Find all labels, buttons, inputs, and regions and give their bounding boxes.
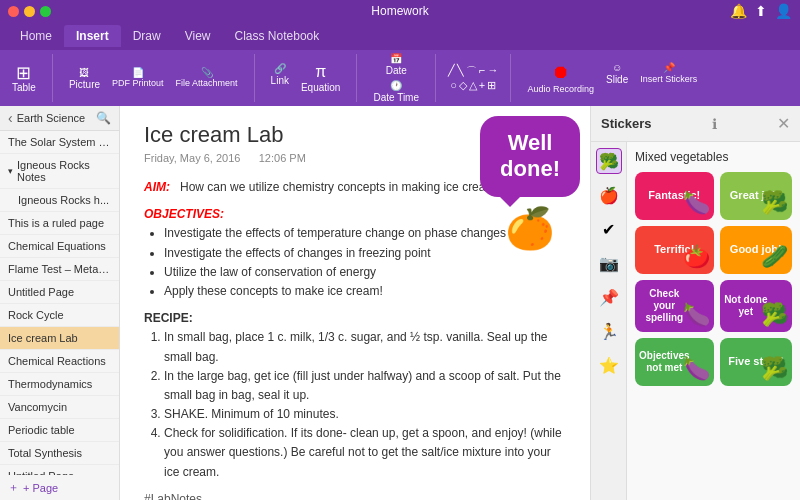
sidebar-item-chemical-equations[interactable]: Chemical Equations (0, 235, 119, 258)
datetime-button[interactable]: 🕐 Date Time (369, 78, 423, 105)
stickers-left-rail: 🥦 🍎 ✔ 📷 📌 🏃 ⭐ (591, 142, 627, 500)
ribbon-content: ⊞ Table 🖼 Picture 📄 PDF Printout 📎 File … (0, 50, 800, 106)
sidebar-item-untitled-1[interactable]: Untitled Page (0, 281, 119, 304)
ribbon-group-link: 🔗 Link π Equation (267, 54, 358, 102)
sticker-category-check[interactable]: ✔ (596, 216, 622, 242)
sidebar-item-igneous-rocks-notes[interactable]: ▾ Igneous Rocks Notes (0, 154, 119, 189)
sticker-not-done-yet[interactable]: Not done yet 🥦 (720, 280, 792, 332)
orange-emoji: 🍊 (505, 205, 555, 252)
tab-insert[interactable]: Insert (64, 25, 121, 47)
sidebar-item-igneous-rocks-h[interactable]: Igneous Rocks h... (0, 189, 119, 212)
well-done-sticker[interactable]: Well done! (480, 116, 580, 197)
slide-button[interactable]: ☺ Slide (602, 60, 632, 96)
sidebar-item-solar-system[interactable]: The Solar System N... (0, 131, 119, 154)
sticker-great-job[interactable]: Great job! 🥦 (720, 172, 792, 220)
date-icon: 📅 (390, 53, 402, 64)
stickers-title: Stickers (601, 116, 652, 131)
link-eq-buttons: 🔗 Link π Equation (267, 61, 345, 95)
audio-icon: ⏺ (552, 62, 570, 83)
sticker-category-pin[interactable]: 📌 (596, 284, 622, 310)
user-icon[interactable]: 👤 (775, 3, 792, 19)
tab-class-notebook[interactable]: Class Notebook (223, 25, 332, 47)
sidebar-item-ruled-page[interactable]: This is a ruled page (0, 212, 119, 235)
sticker-category-star[interactable]: ⭐ (596, 352, 622, 378)
tab-view[interactable]: View (173, 25, 223, 47)
shape-line1[interactable]: ╱ (448, 64, 455, 79)
sidebar-item-ice-cream-lab[interactable]: Ice cream Lab (0, 327, 119, 350)
sidebar-section-title: Earth Science (17, 112, 92, 124)
stickers-panel: Stickers ℹ ✕ 🥦 🍎 ✔ 📷 📌 🏃 ⭐ Mixed vegetab… (590, 106, 800, 500)
note-recipe: RECIPE: In small bag, place 1 c. milk, 1… (144, 309, 566, 482)
shape-curve[interactable]: ⌒ (466, 64, 477, 79)
sidebar-item-total-synthesis[interactable]: Total Synthesis (0, 442, 119, 465)
notification-icon[interactable]: 🔔 (730, 3, 747, 19)
picture-icon: 🖼 (79, 67, 89, 78)
sticker-objectives-not-met[interactable]: Objectives not met 🍆 (635, 338, 714, 386)
sidebar-item-flame-test[interactable]: Flame Test – Metal l... (0, 258, 119, 281)
sticker-char-6: 🍆 (683, 356, 710, 382)
datetime-icon: 🕐 (390, 80, 402, 91)
note-time: 12:06 PM (259, 152, 306, 164)
shapes-row: ╱ ╲ ⌒ ⌐ → (448, 64, 498, 79)
note-area[interactable]: Ice cream Lab Friday, May 6, 2016 12:06 … (120, 106, 590, 500)
table-button[interactable]: ⊞ Table (8, 62, 40, 95)
shape-more[interactable]: ⊞ (487, 79, 496, 92)
note-date: Friday, May 6, 2016 (144, 152, 240, 164)
stickers-close-button[interactable]: ✕ (777, 114, 790, 133)
sticker-category-camera[interactable]: 📷 (596, 250, 622, 276)
insert-stickers-button[interactable]: 📌 Insert Stickers (636, 60, 701, 96)
sidebar-item-periodic-table[interactable]: Periodic table (0, 419, 119, 442)
shape-arrow[interactable]: → (487, 64, 498, 79)
add-page-button[interactable]: ＋ + Page (0, 475, 119, 500)
shape-plus[interactable]: + (479, 79, 485, 92)
sticker-category-fruit[interactable]: 🍎 (596, 182, 622, 208)
sidebar-header: ‹ Earth Science 🔍 (0, 106, 119, 131)
sticker-category-run[interactable]: 🏃 (596, 318, 622, 344)
sidebar-items: The Solar System N... ▾ Igneous Rocks No… (0, 131, 119, 475)
sidebar-item-vancomycin[interactable]: Vancomycin (0, 396, 119, 419)
recipe-step-1: In small bag, place 1 c. milk, 1/3 c. su… (164, 328, 566, 366)
date-button[interactable]: 📅 Date (382, 51, 411, 78)
shape-diamond[interactable]: ◇ (459, 79, 467, 92)
minimize-button[interactable] (24, 6, 35, 17)
sidebar-search-icon[interactable]: 🔍 (96, 111, 111, 125)
tab-draw[interactable]: Draw (121, 25, 173, 47)
picture-button[interactable]: 🖼 Picture (65, 65, 104, 92)
share-icon[interactable]: ⬆ (755, 3, 767, 19)
sidebar-item-chemical-reactions[interactable]: Chemical Reactions (0, 350, 119, 373)
sticker-char-2: 🍅 (683, 244, 710, 270)
sticker-terrific[interactable]: Terrific! 🍅 (635, 226, 714, 274)
sidebar-item-thermodynamics[interactable]: Thermodynamics (0, 373, 119, 396)
shape-tri[interactable]: △ (469, 79, 477, 92)
equation-button[interactable]: π Equation (297, 61, 344, 95)
pdf-button[interactable]: 📄 PDF Printout (108, 65, 168, 92)
maximize-button[interactable] (40, 6, 51, 17)
sidebar-item-rock-cycle[interactable]: Rock Cycle (0, 304, 119, 327)
ribbon-group-datetime: 📅 Date 🕐 Date Time (369, 54, 436, 102)
aim-text: How can we utilize chemistry concepts in… (180, 180, 502, 194)
title-bar: Homework 🔔 ⬆ 👤 (0, 0, 800, 22)
recipe-label: RECIPE: (144, 309, 566, 328)
ribbon: Home Insert Draw View Class Notebook ⊞ T… (0, 22, 800, 106)
file-button[interactable]: 📎 File Attachment (172, 65, 242, 92)
close-button[interactable] (8, 6, 19, 17)
sticker-fantastic[interactable]: Fantastic! 🍆 (635, 172, 714, 220)
sticker-char-1: 🥦 (761, 190, 788, 216)
sidebar-back-button[interactable]: ‹ (8, 110, 13, 126)
shape-circle[interactable]: ○ (450, 79, 457, 92)
shape-line2[interactable]: ╲ (457, 64, 464, 79)
aim-label: AIM: (144, 180, 170, 194)
tab-home[interactable]: Home (8, 25, 64, 47)
stickers-info-icon[interactable]: ℹ (712, 116, 717, 132)
ribbon-group-table: ⊞ Table (8, 54, 53, 102)
sticker-good-job[interactable]: Good job! 🥒 (720, 226, 792, 274)
sidebar-item-untitled-2[interactable]: Untitled Page (0, 465, 119, 475)
sticker-category-veggies[interactable]: 🥦 (596, 148, 622, 174)
sticker-five-stars[interactable]: Five stars! 🥦 (720, 338, 792, 386)
traffic-lights (8, 6, 51, 17)
link-button[interactable]: 🔗 Link (267, 61, 293, 95)
shape-rect[interactable]: ⌐ (479, 64, 485, 79)
window-title: Homework (371, 4, 428, 18)
audio-button[interactable]: ⏺ Audio Recording (523, 60, 598, 96)
sticker-check-spelling[interactable]: Check your spelling 🍆 (635, 280, 714, 332)
